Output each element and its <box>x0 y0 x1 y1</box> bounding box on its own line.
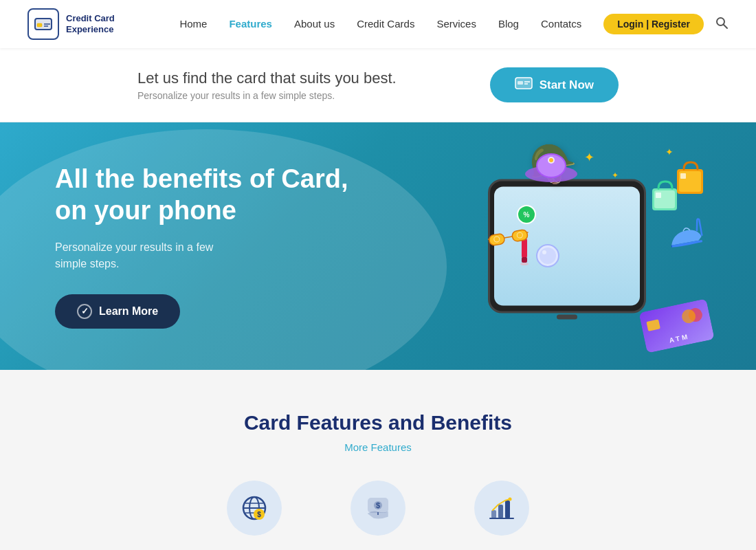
logo-icon <box>27 8 59 40</box>
features-section: Card Features and Benefits More Features… <box>0 370 756 550</box>
svg-point-27 <box>540 248 556 264</box>
start-now-button[interactable]: Start Now <box>490 67 619 102</box>
svg-text:$: $ <box>376 501 380 509</box>
hero-heading: Let us find the card that suits you best… <box>137 69 397 87</box>
svg-point-56 <box>509 498 512 501</box>
nav-contacts[interactable]: Contatcs <box>541 18 581 30</box>
logo-text: Credit Card Experience <box>66 13 115 34</box>
svg-rect-52 <box>491 510 496 518</box>
divider: | <box>646 19 652 30</box>
banner: All the benefits of Card, on your phone … <box>0 122 756 370</box>
hat-svg <box>524 146 579 190</box>
banner-content: All the benefits of Card, on your phone … <box>55 164 348 328</box>
check-circle-icon: ✓ <box>77 304 92 319</box>
svg-rect-53 <box>498 505 503 518</box>
feature-global-payments: $ <box>227 481 282 536</box>
nav-credit-cards[interactable]: Credit Cards <box>357 18 414 30</box>
nav-about[interactable]: About us <box>294 18 335 30</box>
banner-subtext: Personalize your results in a few simple… <box>55 239 348 272</box>
hero-strip: Let us find the card that suits you best… <box>0 48 756 122</box>
shopping-bag-2 <box>650 177 680 217</box>
nav-blog[interactable]: Blog <box>498 18 519 30</box>
svg-line-6 <box>724 24 728 28</box>
nav-links: Home Features About us Credit Cards Serv… <box>179 18 581 30</box>
banner-heading: All the benefits of Card, on your phone <box>55 164 348 226</box>
phone-illustration: ✦ ✦ ✦ 🪖 <box>419 136 715 356</box>
hero-strip-text: Let us find the card that suits you best… <box>137 69 397 101</box>
svg-text:$: $ <box>257 511 261 518</box>
svg-rect-22 <box>656 192 661 198</box>
sparkle-2: ✦ <box>612 170 619 180</box>
shoes-icon <box>664 216 707 256</box>
svg-rect-8 <box>518 81 523 85</box>
nav-right: Login | Register <box>603 14 729 34</box>
feature-easy-transfers: $ <box>351 481 405 536</box>
mirror-icon <box>535 243 561 272</box>
hand-money-icon: $ <box>351 481 405 536</box>
svg-rect-30 <box>511 229 528 242</box>
nav-services[interactable]: Services <box>436 18 476 30</box>
svg-rect-2 <box>37 23 42 27</box>
globe-money-icon: $ <box>227 481 282 536</box>
search-icon[interactable] <box>715 16 729 33</box>
features-heading: Card Features and Benefits <box>27 411 729 434</box>
navbar: Credit Card Experience Home Features Abo… <box>0 0 756 48</box>
more-features-link[interactable]: More Features <box>27 441 729 453</box>
sparkle-3: ✦ <box>665 146 674 157</box>
hero-subtext: Personalize your results in a few simple… <box>137 90 397 101</box>
discount-tag: % <box>517 205 536 224</box>
svg-line-31 <box>504 236 513 238</box>
svg-rect-24 <box>522 257 527 263</box>
feature-icons-row: $ $ <box>27 481 729 536</box>
svg-rect-19 <box>680 173 686 179</box>
svg-rect-54 <box>505 500 510 518</box>
card-icon <box>515 77 533 93</box>
nav-home[interactable]: Home <box>179 18 207 30</box>
svg-point-25 <box>520 263 529 265</box>
svg-rect-29 <box>489 233 505 246</box>
nav-features[interactable]: Features <box>229 18 272 30</box>
logo[interactable]: Credit Card Experience <box>27 8 115 40</box>
sparkle-1: ✦ <box>584 150 594 165</box>
learn-more-button[interactable]: ✓ Learn More <box>55 294 180 329</box>
feature-analytics <box>474 481 529 536</box>
svg-point-28 <box>542 250 546 254</box>
phone-home-button <box>557 315 577 320</box>
atm-card: ATM <box>638 298 715 355</box>
svg-point-16 <box>549 158 553 162</box>
login-register-button[interactable]: Login | Register <box>603 14 704 34</box>
bar-chart-icon <box>474 481 529 536</box>
